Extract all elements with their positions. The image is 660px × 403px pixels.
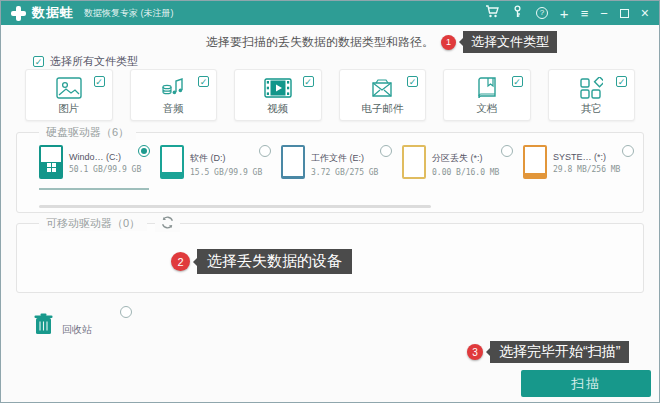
drive-name: 软件 (D:) bbox=[190, 152, 262, 165]
app-logo-icon bbox=[11, 6, 26, 21]
drive-item-lost-partition[interactable]: 分区丢失 (*:) 0.00 B/16.0 MB bbox=[402, 145, 523, 179]
drive-item-d[interactable]: 软件 (D:) 15.5 GB/99.9 GB bbox=[160, 145, 281, 179]
recycle-bin-label: 回收站 bbox=[62, 323, 92, 339]
audio-checkbox[interactable] bbox=[198, 76, 209, 87]
step2-badge: 2 bbox=[171, 252, 190, 271]
step3-badge: 3 bbox=[467, 344, 483, 360]
minimize-icon[interactable]: − bbox=[600, 7, 608, 20]
select-all-checkbox[interactable] bbox=[33, 56, 44, 67]
drive-item-c[interactable]: Windo… (C:) 50.1 GB/99.9 GB bbox=[39, 145, 160, 179]
cart-icon[interactable] bbox=[485, 4, 499, 22]
drive-capacity: 15.5 GB/99.9 GB bbox=[190, 168, 262, 177]
step1-tooltip: 选择文件类型 bbox=[463, 31, 557, 53]
drive-capacity: 0.00 B/16.0 MB bbox=[432, 168, 499, 177]
card-video[interactable]: 视频 bbox=[234, 69, 322, 121]
drive-capacity: 3.72 GB/275 GB bbox=[311, 168, 378, 177]
recycle-bin-radio[interactable] bbox=[120, 306, 132, 318]
documents-checkbox[interactable] bbox=[512, 76, 523, 87]
drive-capacity: 50.1 GB/99.9 GB bbox=[69, 165, 141, 174]
recycle-bin-icon bbox=[34, 313, 53, 339]
card-label: 视频 bbox=[267, 102, 288, 116]
drive-usage-icon bbox=[281, 145, 305, 179]
select-all-label: 选择所有文件类型 bbox=[50, 54, 138, 69]
drive-item-system[interactable]: SYSTE… (*:) 29.8 MB/256 MB bbox=[523, 145, 644, 179]
step2-tooltip: 选择丢失数据的设备 bbox=[197, 249, 352, 274]
drive-usage-icon bbox=[39, 145, 63, 179]
drive-name: 工作文件 (E:) bbox=[311, 152, 378, 165]
callout-step3: 3 选择完毕开始“扫描” bbox=[467, 341, 629, 363]
card-documents[interactable]: 文档 bbox=[443, 69, 531, 121]
card-label: 电子邮件 bbox=[361, 102, 403, 116]
app-name: 数据蛙 bbox=[32, 4, 74, 22]
menu-icon[interactable]: ≡ bbox=[581, 7, 589, 20]
titlebar: 数据蛙 数据恢复专家 (未注册) ? + ≡ − × bbox=[1, 1, 659, 25]
main-content: 选择要扫描的丢失数据的数据类型和路径。 1 选择文件类型 选择所有文件类型 图片 bbox=[1, 25, 659, 402]
callout-step1: 1 选择文件类型 bbox=[441, 31, 557, 53]
drive-radio[interactable] bbox=[138, 145, 150, 157]
recycle-bin-item[interactable]: 回收站 bbox=[34, 313, 92, 339]
card-label: 图片 bbox=[58, 102, 79, 116]
drive-radio[interactable] bbox=[259, 145, 271, 157]
audio-icon bbox=[161, 75, 185, 101]
card-audio[interactable]: 音频 bbox=[130, 69, 218, 121]
email-icon bbox=[369, 75, 395, 101]
file-type-cards: 图片 音频 视频 电子邮件 bbox=[25, 69, 635, 121]
drive-radio[interactable] bbox=[501, 145, 513, 157]
drive-item-e[interactable]: 工作文件 (E:) 3.72 GB/275 GB bbox=[281, 145, 402, 179]
card-other[interactable]: 其它 bbox=[548, 69, 636, 121]
drive-usage-icon bbox=[160, 145, 184, 179]
drive-usage-icon bbox=[523, 145, 547, 179]
card-label: 音频 bbox=[163, 102, 184, 116]
email-checkbox[interactable] bbox=[407, 76, 418, 87]
document-icon bbox=[476, 75, 498, 101]
image-icon bbox=[56, 75, 82, 101]
plus-icon[interactable]: + bbox=[560, 7, 569, 20]
step3-tooltip: 选择完毕开始“扫描” bbox=[490, 341, 629, 363]
drive-capacity: 29.8 MB/256 MB bbox=[553, 165, 620, 174]
images-checkbox[interactable] bbox=[94, 76, 105, 87]
other-checkbox[interactable] bbox=[616, 76, 627, 87]
app-window: 数据蛙 数据恢复专家 (未注册) ? + ≡ − × 选择要扫描的丢失数据的数据… bbox=[0, 0, 660, 403]
maximize-icon[interactable] bbox=[620, 9, 629, 18]
drive-name: 分区丢失 (*:) bbox=[432, 152, 499, 165]
callout-step2: 2 选择丢失数据的设备 bbox=[171, 249, 352, 274]
scan-button[interactable]: 扫描 bbox=[521, 370, 651, 397]
close-icon[interactable]: × bbox=[641, 7, 649, 20]
app-subtitle: 数据恢复专家 (未注册) bbox=[84, 7, 174, 20]
step1-badge: 1 bbox=[441, 35, 456, 50]
drive-name: Windo… (C:) bbox=[69, 152, 141, 162]
horizontal-scrollbar[interactable] bbox=[39, 205, 431, 208]
refresh-icon[interactable] bbox=[155, 215, 180, 232]
drive-usage-icon bbox=[402, 145, 426, 179]
card-label: 其它 bbox=[581, 102, 602, 116]
video-icon bbox=[264, 75, 292, 101]
drive-radio[interactable] bbox=[380, 145, 392, 157]
key-icon[interactable] bbox=[511, 4, 524, 22]
select-all-filetypes[interactable]: 选择所有文件类型 bbox=[33, 54, 138, 69]
drive-radio[interactable] bbox=[622, 145, 634, 157]
card-email[interactable]: 电子邮件 bbox=[339, 69, 427, 121]
other-icon bbox=[579, 75, 603, 101]
removable-drives-title: 可移动驱动器（0） bbox=[39, 216, 147, 231]
drive-name: SYSTE… (*:) bbox=[553, 152, 620, 162]
drive-list: Windo… (C:) 50.1 GB/99.9 GB 软件 (D:) 15.5… bbox=[39, 145, 644, 179]
titlebar-icons: ? + ≡ − × bbox=[485, 4, 649, 22]
hard-drives-title: 硬盘驱动器（6） bbox=[39, 125, 136, 140]
video-checkbox[interactable] bbox=[303, 76, 314, 87]
card-images[interactable]: 图片 bbox=[25, 69, 113, 121]
help-icon[interactable]: ? bbox=[536, 7, 548, 19]
hard-drives-panel: 硬盘驱动器（6） Windo… (C:) 50.1 GB/99.9 GB 软 bbox=[16, 132, 644, 213]
card-label: 文档 bbox=[476, 102, 497, 116]
